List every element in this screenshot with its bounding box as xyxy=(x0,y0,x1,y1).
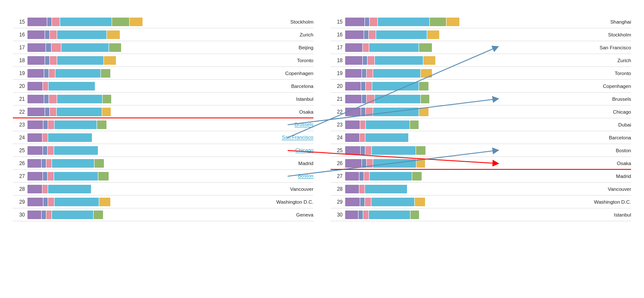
city-label: Chicago xyxy=(295,147,313,153)
rank-label: 27 xyxy=(13,173,25,179)
bar-segment-3 xyxy=(52,211,93,219)
bar-segment-3 xyxy=(376,30,427,39)
city-label: Zurich xyxy=(617,58,631,63)
city-label: Boston xyxy=(616,148,631,153)
city-label: Madrid xyxy=(298,161,313,166)
chart-row: 28Vancouver xyxy=(331,183,631,196)
bar-segment-2 xyxy=(46,159,52,168)
bar-segment-2 xyxy=(52,43,61,52)
city-label: Dubai xyxy=(618,122,631,127)
bar-segment-4 xyxy=(112,18,129,26)
bar-segment-0 xyxy=(345,95,361,103)
bar-segment-2 xyxy=(367,159,373,168)
red-line xyxy=(13,117,313,118)
bar-segment-0 xyxy=(27,120,43,129)
rank-label: 28 xyxy=(13,186,25,192)
rank-label: 30 xyxy=(331,212,343,218)
bar-segment-0 xyxy=(27,211,41,219)
bar-segment-0 xyxy=(27,133,42,142)
bar-segment-2 xyxy=(50,56,57,65)
rank-label: 28 xyxy=(331,186,343,192)
bar-segment-1 xyxy=(361,82,365,90)
bar-segment-1 xyxy=(365,18,369,26)
chart-row: 25Boston xyxy=(331,144,631,157)
rank-label: 18 xyxy=(13,57,25,63)
bar-segment-4 xyxy=(410,211,419,219)
bar-segment-2 xyxy=(368,56,374,65)
bar-segment-2 xyxy=(369,30,376,39)
city-label: Washington D.C. xyxy=(594,199,632,205)
rank-label: 22 xyxy=(13,109,25,115)
bar-container xyxy=(27,146,293,155)
chart-2017: 15Shanghai16Stockholm17San Francisco18Zu… xyxy=(331,9,631,294)
bar-segment-4 xyxy=(98,172,109,181)
bar-segment-5 xyxy=(427,30,439,39)
bar-segment-2 xyxy=(360,120,365,129)
bar-segment-1 xyxy=(43,120,48,129)
bar-segment-1 xyxy=(46,43,51,52)
bar-segment-3 xyxy=(54,172,98,181)
bar-segment-2 xyxy=(48,172,54,181)
chart-row: 28Vancouver xyxy=(13,183,313,196)
bar-segment-3 xyxy=(365,133,408,142)
bar-segment-4 xyxy=(430,18,446,26)
bar-segment-0 xyxy=(27,108,45,116)
bar-container xyxy=(27,43,296,52)
bar-segment-4 xyxy=(419,43,432,52)
rank-label: 24 xyxy=(331,135,343,141)
chart-row: 26Osaka xyxy=(331,157,631,170)
bar-segment-2 xyxy=(366,82,372,90)
bar-segment-1 xyxy=(45,30,49,39)
bar-container xyxy=(27,211,294,219)
bar-segment-3 xyxy=(375,56,423,65)
bar-segment-4 xyxy=(94,159,104,168)
rank-label: 15 xyxy=(13,19,25,25)
bar-segment-2 xyxy=(370,18,377,26)
bar-segment-0 xyxy=(345,56,362,65)
bar-container xyxy=(345,18,608,26)
bar-segment-2 xyxy=(363,43,369,52)
chart-row: 30Istanbul xyxy=(331,208,631,221)
bar-segment-2 xyxy=(50,30,57,39)
rank-label: 22 xyxy=(331,109,343,115)
rank-label: 20 xyxy=(331,83,343,89)
bar-segment-3 xyxy=(378,18,429,26)
city-label: Istanbul xyxy=(614,212,631,217)
bar-segment-2 xyxy=(43,133,48,142)
bar-segment-1 xyxy=(42,211,46,219)
bar-container xyxy=(345,108,611,116)
bar-segment-5 xyxy=(423,56,435,65)
bar-container xyxy=(345,172,614,181)
bar-segment-1 xyxy=(361,108,365,116)
bar-segment-1 xyxy=(363,56,367,65)
bar-segment-0 xyxy=(27,30,45,39)
city-label: Copenhagen xyxy=(603,84,631,89)
chart-row: 27Boston xyxy=(13,170,313,183)
bar-segment-2 xyxy=(364,172,369,181)
bar-segment-0 xyxy=(27,95,44,103)
city-label: Madrid xyxy=(616,174,631,179)
bar-segment-0 xyxy=(345,159,361,168)
bar-segment-1 xyxy=(43,172,47,181)
bar-segment-1 xyxy=(364,30,368,39)
rank-label: 27 xyxy=(331,173,343,179)
bar-segment-1 xyxy=(43,146,47,155)
chart-row: 19Toronto xyxy=(331,67,631,80)
rank-label: 19 xyxy=(331,70,343,76)
rank-label: 21 xyxy=(13,96,25,102)
bar-segment-3 xyxy=(49,82,95,90)
bar-segment-4 xyxy=(94,211,103,219)
bar-segment-3 xyxy=(60,18,112,26)
bar-segment-5 xyxy=(107,30,120,39)
bar-segment-3 xyxy=(366,120,410,129)
bar-container xyxy=(345,211,611,219)
city-label: Barcelona xyxy=(291,84,313,89)
bar-segment-3 xyxy=(57,95,102,103)
chart-row: 17San Francisco xyxy=(331,41,631,54)
bar-segment-3 xyxy=(372,146,416,155)
bar-segment-2 xyxy=(366,108,373,116)
bar-segment-1 xyxy=(44,69,49,78)
bar-segment-2 xyxy=(49,95,57,103)
chart-row: 20Copenhagen xyxy=(331,80,631,93)
bar-container xyxy=(27,56,295,65)
